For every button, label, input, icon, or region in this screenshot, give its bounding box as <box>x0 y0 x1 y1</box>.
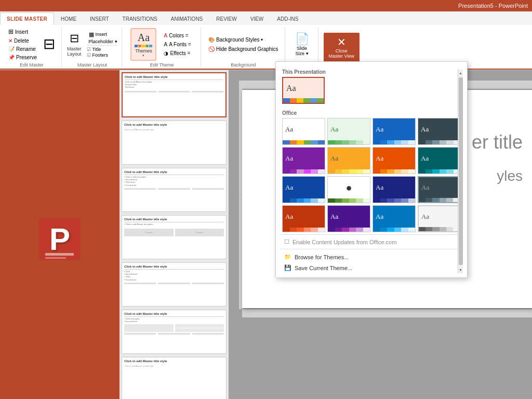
slide-thumb-inner-2: Click to add Master title style Click to… <box>124 123 224 162</box>
theme-facet[interactable]: Aa <box>327 118 370 145</box>
btn-insert-layout[interactable]: ⊞ Insert <box>6 27 39 36</box>
ppt-logo-box: P <box>39 218 81 260</box>
slide-thumb-6[interactable]: Click to edit Master title style • Click… <box>122 310 227 354</box>
tab-addins[interactable]: ADD-INS <box>270 12 305 25</box>
browse-themes-item[interactable]: 📁 Browse for Themes... <box>280 251 463 262</box>
ppt-logo-bar <box>45 253 74 256</box>
theme-depth[interactable]: Aa <box>327 205 370 232</box>
title-check-label: Title <box>92 47 101 52</box>
btn-rename[interactable]: 📝 Rename <box>6 45 39 53</box>
slide-thumb-7[interactable]: Click to add Master title style Click to… <box>122 357 227 399</box>
insert-placeholder-btn[interactable]: ▦ Insert <box>89 31 118 38</box>
slides-panel: Click to edit Master title style Click t… <box>119 70 229 399</box>
slide-thumb-4[interactable]: Click to edit Master title style • Click… <box>122 215 227 259</box>
scroll-down-arrow[interactable]: ▼ <box>458 266 463 273</box>
slide-thumb-inner-7: Click to add Master title style Click to… <box>124 360 224 398</box>
group-edit-theme: Aa Themes ▾ A Colors = <box>123 27 201 68</box>
tab-home[interactable]: HOME <box>54 12 83 25</box>
themes-aa: Aa <box>135 31 153 44</box>
save-theme-item[interactable]: 💾 Save Current Theme... <box>280 262 463 273</box>
enable-updates-item[interactable]: ☐ Enable Content Updates from Office.com <box>280 237 463 247</box>
theme-droplet[interactable]: Aa <box>418 205 461 232</box>
enable-updates-icon: ☐ <box>284 238 289 245</box>
theme-circuit[interactable]: Aa <box>418 176 461 203</box>
theme-ion[interactable]: Aa <box>418 118 461 145</box>
master-layout-group-label: Master Layout <box>77 62 107 68</box>
theme-retrospect[interactable]: Aa <box>282 147 325 174</box>
placeholder-label: Insert <box>96 32 108 37</box>
theme-badge[interactable]: Aa <box>418 147 461 174</box>
theme-berlin[interactable]: Aa <box>373 176 416 203</box>
placeholder-icon: ▦ <box>89 31 94 38</box>
theme-basis[interactable]: ● <box>327 176 370 203</box>
slide-size-button[interactable]: 📄 SlideSize ▾ <box>290 30 314 58</box>
slide-thumb-inner-5: Click to edit Master title style • Click… <box>124 265 224 304</box>
scroll-up-arrow[interactable]: ▲ <box>458 69 463 76</box>
edit-theme-content: Aa Themes ▾ A Colors = <box>130 27 193 61</box>
canvas-title-text: er title <box>472 131 523 153</box>
tab-slide-master[interactable]: SLIDE MASTER <box>0 12 54 25</box>
hide-background-button[interactable]: 🚫 Hide Background Graphics <box>206 45 281 53</box>
slide-thumb-1[interactable]: Click to edit Master title style Click t… <box>122 72 227 117</box>
btn-delete[interactable]: ✕ Delete <box>6 37 39 45</box>
group-edit-master: ⊞ Insert ✕ Delete 📝 Rename 📌 Preserve <box>2 27 62 68</box>
effects-label: Effects = <box>170 50 190 56</box>
canvas-subtitle-text: yles <box>497 168 523 184</box>
effects-button[interactable]: ◑ Effects = <box>162 49 193 57</box>
dropdown-scrollbar[interactable]: ▲ ▼ <box>458 69 463 273</box>
background-styles-button[interactable]: 🎨 Background Styles ▾ <box>206 36 281 44</box>
slide-thumb-3[interactable]: Click to edit Master title style • Click… <box>122 168 227 212</box>
dropdown-divider-1 <box>280 234 463 235</box>
slide-thumb-inner-3: Click to edit Master title style • Click… <box>124 170 224 209</box>
bg-dropdown-icon: ▾ <box>261 37 263 42</box>
this-presentation-grid: Aa <box>280 77 463 107</box>
slide-thumb-2[interactable]: Click to add Master title style Click to… <box>122 121 227 165</box>
browse-themes-label: Browse for Themes... <box>295 254 349 260</box>
hide-background-label: Hide Background Graphics <box>216 46 278 52</box>
hide-bg-icon: 🚫 <box>208 46 215 52</box>
theme-banded[interactable]: Aa <box>282 176 325 203</box>
tab-view[interactable]: VIEW <box>244 12 271 25</box>
footers-checkbox[interactable]: ☑ Footers <box>87 52 118 58</box>
theme-slice[interactable]: Aa <box>327 147 370 174</box>
tab-transitions[interactable]: TRANSITIONS <box>116 12 164 25</box>
edit-master-label: Edit Master <box>20 62 44 68</box>
close-master-view-button[interactable]: ✕ CloseMaster View <box>324 33 360 62</box>
close-icon: ✕ <box>337 36 346 48</box>
title-check-icon: ☑ <box>87 47 91 52</box>
fonts-icon: A <box>164 42 167 47</box>
fonts-button[interactable]: A A Fonts = <box>162 41 193 48</box>
theme-dividend[interactable]: Aa <box>373 205 416 232</box>
dropdown-inner: This Presentation Aa Office Aa <box>280 69 463 273</box>
tab-review[interactable]: REVIEW <box>209 12 243 25</box>
slide-thumb-5[interactable]: Click to edit Master title style • Click… <box>122 262 227 307</box>
btn-preserve[interactable]: 📌 Preserve <box>6 54 39 61</box>
ppt-letter: P <box>49 221 70 257</box>
background-styles-label: Background Styles <box>216 37 259 43</box>
effects-icon: ◑ <box>164 50 168 56</box>
close-label: CloseMaster View <box>329 48 354 59</box>
placeholder-dropdown-icon: ▾ <box>115 39 117 44</box>
placeholder-label-row[interactable]: Placeholder ▾ <box>89 39 118 44</box>
thumb-date-row <box>125 91 223 92</box>
theme-office[interactable]: Aa <box>282 118 325 145</box>
title-checkbox[interactable]: ☑ Title <box>87 47 118 52</box>
theme-integral[interactable]: Aa <box>373 118 416 145</box>
layout-icon: ⊟ <box>43 35 55 52</box>
background-content: 🎨 Background Styles ▾ 🚫 Hide Background … <box>206 27 281 61</box>
title-bar: Presentation5 - PowerPoint <box>0 0 532 11</box>
scroll-thumb[interactable] <box>459 77 463 265</box>
fonts-label: A Fonts = <box>169 42 191 47</box>
placeholder-label2: Placeholder <box>89 39 114 44</box>
slide-thumb-inner-4: Click to edit Master title style • Click… <box>124 218 224 257</box>
group-master-layout: ⊟ MasterLayout ▦ Insert Placeholder ▾ <box>63 27 122 68</box>
themes-button[interactable]: Aa Themes ▾ <box>130 28 156 61</box>
tab-animations[interactable]: ANIMATIONS <box>164 12 209 25</box>
theme-ion-boardroom[interactable]: Aa <box>373 147 416 174</box>
slide-size-content: 📄 SlideSize ▾ <box>290 27 314 61</box>
colors-button[interactable]: A Colors = <box>162 32 193 39</box>
theme-damask[interactable]: Aa <box>282 205 325 232</box>
theme-current[interactable]: Aa <box>282 77 325 104</box>
tab-insert[interactable]: INSERT <box>83 12 116 25</box>
background-icon: 🎨 <box>208 37 215 43</box>
